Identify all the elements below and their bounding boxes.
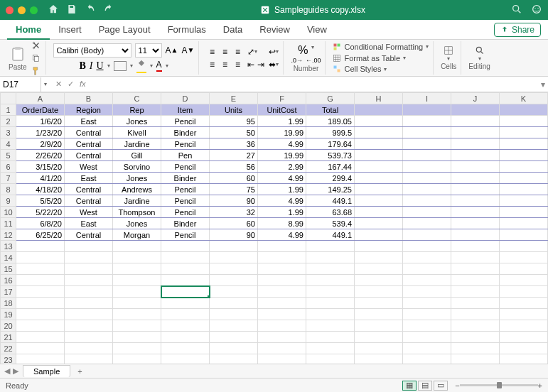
cell[interactable]: 189.05 xyxy=(306,116,355,127)
cell[interactable]: 539.73 xyxy=(306,150,355,161)
cell[interactable] xyxy=(16,309,65,320)
cell[interactable] xyxy=(403,320,451,332)
cell[interactable] xyxy=(306,252,355,263)
cell[interactable] xyxy=(16,286,65,298)
cell[interactable] xyxy=(403,332,451,343)
cell[interactable]: OrderDate xyxy=(16,104,65,116)
col-header[interactable]: H xyxy=(355,93,403,104)
cell[interactable]: 19.99 xyxy=(258,127,306,138)
row-header[interactable]: 1 xyxy=(1,104,16,116)
cell[interactable]: 19.99 xyxy=(258,150,306,161)
editing-button[interactable] xyxy=(475,45,485,55)
row-header[interactable]: 4 xyxy=(1,138,16,150)
expand-formula-icon[interactable]: ▾ xyxy=(538,80,548,89)
formula-input[interactable] xyxy=(92,77,538,92)
sheet-tab-sample[interactable]: Sample xyxy=(23,365,70,377)
cell[interactable]: East xyxy=(65,218,113,229)
cell[interactable] xyxy=(451,343,500,354)
cell[interactable] xyxy=(403,343,451,354)
row-header[interactable]: 12 xyxy=(1,229,16,241)
cell[interactable] xyxy=(16,343,65,354)
col-header[interactable]: E xyxy=(210,93,258,104)
cell[interactable] xyxy=(210,343,258,354)
cell[interactable] xyxy=(210,298,258,309)
cell[interactable] xyxy=(451,218,500,229)
cell[interactable] xyxy=(113,275,161,286)
cell[interactable] xyxy=(500,252,548,263)
font-size-select[interactable]: 11 xyxy=(135,43,162,58)
cell[interactable] xyxy=(161,252,210,263)
cell[interactable]: Central xyxy=(65,150,113,161)
cell[interactable]: 2.99 xyxy=(258,161,306,173)
cell[interactable]: 1.99 xyxy=(258,116,306,127)
cell[interactable] xyxy=(500,104,548,116)
cell[interactable] xyxy=(403,354,451,364)
cell[interactable] xyxy=(451,320,500,332)
cell[interactable]: Andrews xyxy=(113,184,161,195)
cell[interactable] xyxy=(500,354,548,364)
row-header[interactable]: 20 xyxy=(1,320,16,332)
align-center-icon[interactable]: ≡ xyxy=(219,59,230,70)
cell[interactable] xyxy=(210,332,258,343)
cell[interactable]: 8.99 xyxy=(258,218,306,229)
underline-button[interactable]: U xyxy=(96,60,103,72)
cell[interactable] xyxy=(403,195,451,207)
tab-view[interactable]: View xyxy=(299,20,335,40)
cell[interactable] xyxy=(161,309,210,320)
col-header[interactable]: B xyxy=(65,93,113,104)
cell[interactable] xyxy=(500,286,548,298)
cell[interactable] xyxy=(65,343,113,354)
cell[interactable] xyxy=(355,263,403,275)
cell[interactable] xyxy=(355,320,403,332)
cell[interactable] xyxy=(451,286,500,298)
cell[interactable]: 4/18/20 xyxy=(16,184,65,195)
font-color-button[interactable]: A xyxy=(156,60,162,72)
cell[interactable]: 6/25/20 xyxy=(16,229,65,241)
cell[interactable]: 1/23/20 xyxy=(16,127,65,138)
cell[interactable] xyxy=(306,309,355,320)
cell[interactable] xyxy=(451,184,500,195)
cell[interactable] xyxy=(16,275,65,286)
cell[interactable] xyxy=(161,263,210,275)
redo-icon[interactable] xyxy=(103,4,114,17)
cell[interactable] xyxy=(113,252,161,263)
cell[interactable] xyxy=(306,286,355,298)
cell[interactable]: 2/9/20 xyxy=(16,138,65,150)
cell[interactable] xyxy=(16,320,65,332)
cell[interactable]: Region xyxy=(65,104,113,116)
col-header[interactable]: D xyxy=(161,93,210,104)
row-header[interactable]: 18 xyxy=(1,298,16,309)
cell[interactable] xyxy=(258,343,306,354)
cell[interactable] xyxy=(451,275,500,286)
cell[interactable]: 539.4 xyxy=(306,218,355,229)
cell[interactable] xyxy=(258,263,306,275)
cell[interactable] xyxy=(65,309,113,320)
cell[interactable]: Central xyxy=(65,138,113,150)
cell[interactable] xyxy=(451,127,500,138)
cell[interactable] xyxy=(500,184,548,195)
cell[interactable] xyxy=(258,275,306,286)
cell[interactable] xyxy=(258,320,306,332)
cell[interactable] xyxy=(500,229,548,241)
cell[interactable]: 6/8/20 xyxy=(16,218,65,229)
cell[interactable] xyxy=(403,309,451,320)
zoom-slider[interactable] xyxy=(460,384,538,386)
row-header[interactable]: 22 xyxy=(1,343,16,354)
cell[interactable] xyxy=(403,298,451,309)
cell[interactable]: 5/22/20 xyxy=(16,207,65,218)
cell[interactable]: Kivell xyxy=(113,127,161,138)
row-header[interactable]: 17 xyxy=(1,286,16,298)
cell[interactable]: 90 xyxy=(210,195,258,207)
cell[interactable] xyxy=(161,241,210,252)
tab-home[interactable]: Home xyxy=(7,20,50,40)
cell[interactable]: Central xyxy=(65,195,113,207)
cell[interactable] xyxy=(403,263,451,275)
cell[interactable] xyxy=(65,275,113,286)
cell[interactable] xyxy=(258,252,306,263)
cells-button[interactable] xyxy=(444,45,453,55)
cell[interactable]: 3/15/20 xyxy=(16,161,65,173)
cell[interactable] xyxy=(451,252,500,263)
cell[interactable] xyxy=(500,263,548,275)
cell[interactable]: 63.68 xyxy=(306,207,355,218)
cell[interactable]: Morgan xyxy=(113,229,161,241)
